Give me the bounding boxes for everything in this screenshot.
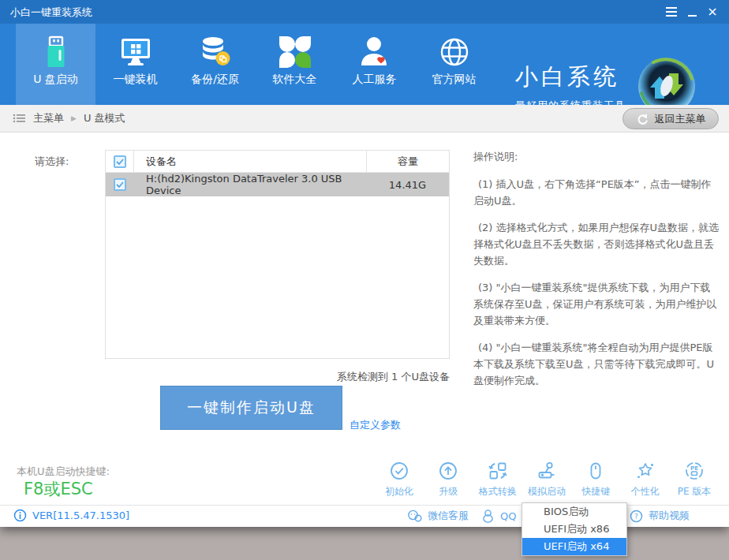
svg-text:PE: PE: [690, 465, 698, 472]
nav-label: U 盘启动: [16, 73, 95, 87]
nav-item-one-key-install[interactable]: 一键装机: [95, 24, 175, 105]
custom-params-link[interactable]: 自定义参数: [350, 418, 401, 432]
star-sparkle-icon: [622, 460, 669, 482]
tool-label: 模拟启动: [523, 485, 570, 498]
tool-label: 个性化: [622, 485, 669, 498]
joystick-icon: [523, 460, 570, 482]
qq-icon: [481, 509, 495, 523]
nav-label: 软件大全: [255, 73, 335, 87]
menu-item-bios-boot[interactable]: BIOS启动: [522, 503, 626, 521]
nav-item-software[interactable]: 软件大全: [255, 24, 335, 105]
database-backup-icon: [175, 32, 255, 72]
minimize-button[interactable]: [682, 2, 702, 21]
tool-initialize[interactable]: 初始化: [376, 460, 423, 498]
titlebar: 小白一键重装系统 ×: [0, 0, 729, 24]
back-button-label: 返回主菜单: [655, 112, 706, 126]
breadcrumb-root[interactable]: 主菜单: [33, 111, 64, 125]
qq-label: QQ: [500, 510, 516, 522]
hotkey-label: 本机U盘启动快捷键:: [17, 465, 110, 479]
info-icon: [13, 509, 27, 522]
row-checkbox-cell: [106, 173, 134, 196]
header-capacity: 容量: [366, 151, 449, 172]
arrow-up-circle-icon: [424, 460, 472, 482]
menu-item-uefi-x86[interactable]: UEFI启动 x86: [522, 521, 626, 538]
tool-format-convert[interactable]: 格式转换: [474, 460, 522, 498]
menu-icon[interactable]: [661, 2, 682, 21]
mouse-icon: [572, 460, 619, 482]
close-button[interactable]: ×: [702, 2, 723, 21]
apps-grid-icon: [255, 32, 335, 72]
breadcrumb-current: U 盘模式: [84, 111, 125, 125]
capacity-cell: 14.41G: [366, 173, 449, 196]
monitor-icon: [95, 32, 175, 72]
support-person-icon: [335, 32, 414, 72]
header-checkbox-cell: [106, 151, 134, 172]
row-checkbox[interactable]: [114, 178, 126, 191]
tool-label: 快捷键: [572, 485, 619, 498]
tool-label: 格式转换: [474, 485, 522, 498]
window-controls: ×: [661, 0, 723, 24]
nav-item-website[interactable]: 官方网站: [414, 24, 494, 105]
instruction-paragraph: (3) "小白一键重装系统"提供系统下载，为用户下载系统保存至U盘，保证用户有系…: [473, 279, 720, 329]
wechat-icon: [407, 510, 422, 523]
tool-personalize[interactable]: 个性化: [622, 460, 669, 498]
help-label: 帮助视频: [649, 509, 690, 523]
instructions-panel: 操作说明: (1) 插入U盘，右下角选择“PE版本”，点击一键制作启动U盘。 (…: [473, 150, 720, 400]
version-info: VER[11.5.47.1530]: [13, 509, 129, 522]
breadcrumb-bar: 主菜单 ▶ U 盘模式 返回主菜单: [0, 105, 729, 133]
nav-item-support[interactable]: 人工服务: [335, 24, 414, 105]
nav-label: 备份/还原: [175, 73, 255, 87]
tool-label: 升级: [424, 485, 472, 498]
wechat-label: 微信客服: [428, 509, 469, 523]
nav-label: 官方网站: [414, 73, 494, 87]
help-video[interactable]: ? 帮助视频: [630, 509, 690, 523]
nav-item-usb-boot[interactable]: U 盘启动: [16, 24, 95, 105]
qq-support[interactable]: QQ: [481, 509, 516, 523]
nav-item-backup-restore[interactable]: 备份/还原: [175, 24, 255, 105]
tools-toolbar: 初始化 升级 格式转换: [376, 460, 718, 498]
make-boot-usb-button[interactable]: 一键制作启动U盘: [160, 386, 342, 430]
tool-label: PE 版本: [671, 485, 718, 498]
breadcrumb: 主菜单 ▶ U 盘模式: [13, 105, 125, 132]
window-title: 小白一键重装系统: [10, 6, 92, 20]
format-convert-icon: [474, 460, 522, 482]
table-header: 设备名 容量: [106, 151, 449, 173]
hamburger-icon: [666, 7, 677, 17]
usb-drive-icon: [16, 32, 95, 72]
instructions-title: 操作说明:: [473, 150, 720, 164]
table-row[interactable]: H:(hd2)Kingston DataTraveler 3.0 USB Dev…: [106, 173, 449, 196]
instruction-paragraph: (4) "小白一键重装系统"将全程自动为用户提供PE版本下载及系统下载至U盘，只…: [473, 339, 720, 389]
pe-badge-icon: PE: [671, 460, 718, 482]
globe-icon: [414, 32, 494, 72]
device-table: 设备名 容量 H:(hd2)Kingston DataTraveler 3.0 …: [105, 150, 450, 359]
question-icon: ?: [630, 510, 643, 523]
simulate-boot-popup-menu: BIOS启动 UEFI启动 x86 UEFI启动 x64: [522, 502, 627, 556]
select-all-checkbox[interactable]: [114, 155, 126, 168]
tool-label: 初始化: [376, 485, 423, 498]
brand-name: 小白系统: [515, 62, 626, 93]
tool-pe-version[interactable]: PE PE 版本: [671, 460, 718, 498]
app-window: 小白一键重装系统 × U 盘启动: [0, 0, 729, 527]
back-to-main-menu-button[interactable]: 返回主菜单: [622, 108, 719, 129]
header-device-name: 设备名: [134, 151, 366, 172]
tool-simulate-boot[interactable]: 模拟启动: [523, 460, 570, 498]
list-icon: [13, 112, 26, 125]
back-arrow-icon: [636, 113, 649, 125]
select-label: 请选择:: [35, 155, 69, 169]
minimize-icon: [688, 15, 697, 17]
nav-label: 一键装机: [95, 73, 175, 87]
breadcrumb-arrow-icon: ▶: [71, 114, 77, 122]
main-nav: U 盘启动 一键装机: [0, 24, 729, 105]
hotkey-value: F8或ESC: [24, 478, 93, 500]
tool-hotkeys[interactable]: 快捷键: [572, 460, 619, 498]
instruction-paragraph: (1) 插入U盘，右下角选择“PE版本”，点击一键制作启动U盘。: [473, 176, 720, 209]
svg-text:?: ?: [634, 513, 638, 521]
usb-detect-status: 系统检测到 1 个U盘设备: [337, 370, 450, 384]
tool-upgrade[interactable]: 升级: [424, 460, 472, 498]
instruction-paragraph: (2) 选择格式化方式，如果用户想保存U盘数据，就选择格式化U盘且不丢失数据，否…: [473, 219, 720, 269]
menu-item-uefi-x64[interactable]: UEFI启动 x64: [522, 538, 626, 555]
nav-label: 人工服务: [335, 73, 414, 87]
wechat-support[interactable]: 微信客服: [407, 509, 469, 523]
check-circle-icon: [376, 460, 423, 482]
version-text: VER[11.5.47.1530]: [32, 510, 129, 521]
